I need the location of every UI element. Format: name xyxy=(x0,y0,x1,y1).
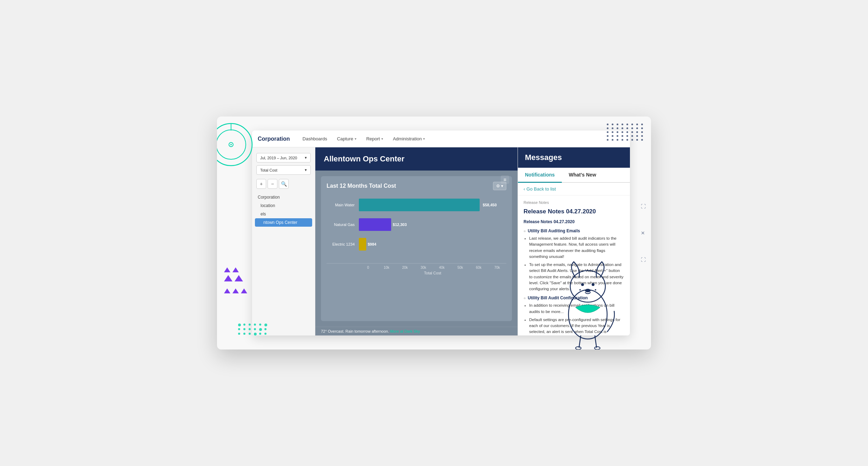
date-chevron-icon: ▾ xyxy=(305,155,307,160)
nav-report[interactable]: Report ▾ xyxy=(362,134,387,144)
bar-track-gas: $12,303 xyxy=(359,218,506,231)
x-tick-20k: 20k xyxy=(396,266,414,269)
x-tick-70k: 70k xyxy=(488,266,507,269)
sidebar: Jul, 2019 – Jun, 2020 ▾ Total Cost ▾ + −… xyxy=(252,147,315,335)
bar-fill-gas xyxy=(359,218,391,231)
bullet-2-1: Default settings are pre-configured with… xyxy=(529,317,624,335)
chart-panel-header: Last 12 Months Total Cost ⚙ ▾ xyxy=(327,182,506,190)
tree-ops-center[interactable]: ntown Ops Center xyxy=(255,218,312,227)
x-tick-10k: 10k xyxy=(377,266,396,269)
bar-fill-water xyxy=(359,199,480,211)
bar-row-electric: Electric 1234 $984 xyxy=(327,238,506,251)
report-chevron-icon: ▾ xyxy=(381,137,383,141)
weather-condition: Overcast. xyxy=(328,329,344,333)
bar-track-water: $58,450 xyxy=(359,199,506,211)
bar-label-water: Main Water xyxy=(327,203,355,207)
x-tick-40k: 40k xyxy=(433,266,451,269)
resize-icon-top[interactable]: ⛶ xyxy=(641,204,646,209)
tree-location[interactable]: location xyxy=(255,201,312,210)
svg-point-0 xyxy=(217,124,252,166)
nav-dashboards[interactable]: Dashboards xyxy=(298,134,331,144)
bar-label-electric: Electric 1234 xyxy=(327,242,355,246)
release-label: Release Notes xyxy=(524,200,624,206)
go-back-chevron-icon: ‹ xyxy=(524,186,525,192)
weather-temp: 72° xyxy=(321,329,327,333)
resize-icons: ⛶ ✕ ⛶ xyxy=(641,204,646,262)
circle-decoration xyxy=(217,120,256,169)
messages-header: Messages xyxy=(518,147,630,168)
bar-track-electric: $984 xyxy=(359,238,506,251)
chart-area: Allentown Ops Center ≡ Last 12 Months To… xyxy=(315,147,518,335)
facility-header: Allentown Ops Center xyxy=(315,147,518,171)
cost-picker[interactable]: Total Cost ▾ xyxy=(256,165,311,175)
x-axis-label: Total Cost xyxy=(327,271,506,275)
x-tick-50k: 50k xyxy=(451,266,470,269)
bar-row-gas: Natural Gas $12,303 xyxy=(327,218,506,231)
release-title-main: Release Notes 04.27.2020 xyxy=(524,207,624,216)
facility-name: Allentown Ops Center xyxy=(324,154,405,163)
arrows-decoration xyxy=(224,267,247,293)
nav-logo: Corporation xyxy=(258,136,290,142)
resize-icon-bot[interactable]: ⛶ xyxy=(641,257,646,262)
svg-point-10 xyxy=(576,347,581,350)
nav-items: Dashboards Capture ▾ Report ▾ Administra… xyxy=(298,134,429,144)
messages-tabs: Notifications What's New xyxy=(518,168,630,183)
bullet-2-0: In addition to receiving email notificat… xyxy=(529,302,624,315)
tab-notifications[interactable]: Notifications xyxy=(518,168,562,183)
sidebar-controls: + − 🔍 xyxy=(252,179,315,193)
chart-title: Last 12 Months Total Cost xyxy=(327,183,396,189)
bullet-1-1: To set up the emails, navigate to Admini… xyxy=(529,262,624,292)
collapse-button[interactable]: − xyxy=(268,179,277,189)
nav-administration[interactable]: Administration ▾ xyxy=(389,134,429,144)
outer-wrapper: (function(){ const c = document.currentS… xyxy=(217,116,651,350)
x-tick-60k: 60k xyxy=(469,266,488,269)
main-content: Jul, 2019 – Jun, 2020 ▾ Total Cost ▾ + −… xyxy=(252,147,630,335)
x-axis: 0 10k 20k 30k 40k 50k 60k 70k xyxy=(327,263,506,269)
bar-value-electric: $984 xyxy=(368,242,376,246)
messages-panel: Messages Notifications What's New ‹ Go B… xyxy=(518,147,630,335)
bullet-list-1: Last release, we added bill audit indica… xyxy=(524,235,624,292)
resize-icon-mid[interactable]: ✕ xyxy=(641,230,646,236)
bar-value-gas: $12,303 xyxy=(393,222,407,227)
bullet-list-2: In addition to receiving email notificat… xyxy=(524,302,624,335)
messages-title: Messages xyxy=(525,153,562,162)
bar-label-gas: Natural Gas xyxy=(327,222,355,227)
weather-source[interactable]: More at Dark Sky xyxy=(390,329,420,333)
green-dots-decoration: (function(){ const c = document.currentS… xyxy=(238,324,268,335)
tree-els[interactable]: els xyxy=(255,210,312,218)
tab-whats-new[interactable]: What's New xyxy=(562,168,603,183)
go-back-link[interactable]: ‹ Go Back to list xyxy=(518,183,630,195)
x-tick-0: 0 xyxy=(359,266,377,269)
bar-chart: Main Water $58,450 Natural Gas $12, xyxy=(327,196,506,260)
bar-value-water: $58,450 xyxy=(483,203,505,207)
weather-forecast: Rain tomorrow afternoon. xyxy=(346,329,389,333)
cost-chevron-icon: ▾ xyxy=(305,168,307,172)
sidebar-filter: Jul, 2019 – Jun, 2020 ▾ Total Cost ▾ xyxy=(252,153,315,179)
search-button[interactable]: 🔍 xyxy=(279,179,289,189)
bar-row-water: Main Water $58,450 xyxy=(327,199,506,211)
date-picker[interactable]: Jul, 2019 – Jun, 2020 ▾ xyxy=(256,153,311,162)
expand-button[interactable]: + xyxy=(256,179,266,189)
capture-chevron-icon: ▾ xyxy=(355,137,356,141)
section-heading-1: Utility Bill Auditing Emails xyxy=(524,228,624,234)
svg-point-11 xyxy=(594,347,600,350)
bullet-1-0: Last release, we added bill audit indica… xyxy=(529,235,624,260)
administration-chevron-icon: ▾ xyxy=(423,137,425,141)
decorative-dots-top-right: (function(){ const c = document.currentS… xyxy=(607,124,644,141)
browser-window: Corporation Dashboards Capture ▾ Report … xyxy=(252,131,630,335)
messages-body: Release Notes Release Notes 04.27.2020 R… xyxy=(518,195,630,335)
nav-capture[interactable]: Capture ▾ xyxy=(333,134,361,144)
nav-bar: Corporation Dashboards Capture ▾ Report … xyxy=(252,131,630,147)
weather-bar: 72° Overcast. Rain tomorrow afternoon. M… xyxy=(315,327,518,335)
section-heading-2: Utility Bill Audit Configuration xyxy=(524,295,624,301)
svg-point-3 xyxy=(230,144,232,145)
chart-panel: Last 12 Months Total Cost ⚙ ▾ Main Water… xyxy=(321,176,512,321)
release-subtitle: Release Notes 04.27.2020 xyxy=(524,219,624,225)
x-tick-30k: 30k xyxy=(414,266,433,269)
hamburger-button[interactable]: ≡ xyxy=(501,175,509,184)
sidebar-tree: Corporation location els ntown Ops Cente… xyxy=(252,193,315,227)
bar-fill-electric xyxy=(359,238,366,251)
tree-corporation[interactable]: Corporation xyxy=(255,193,312,201)
